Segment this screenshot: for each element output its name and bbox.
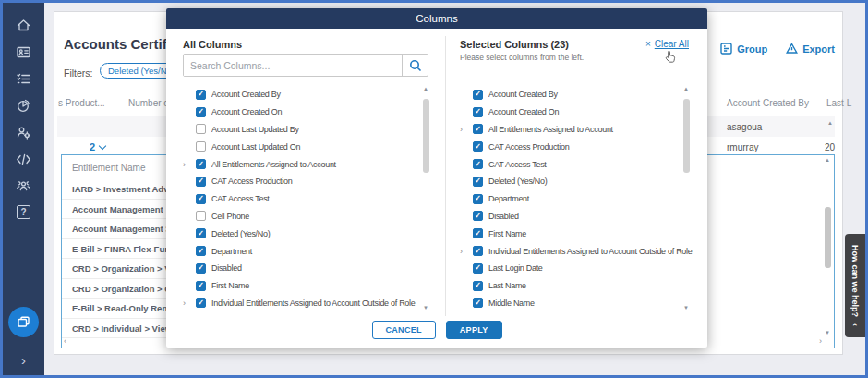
column-checkbox[interactable] [196,246,206,256]
column-option[interactable]: › CAT Access Test [183,190,421,208]
column-checkbox[interactable] [196,141,206,152]
column-checkbox[interactable] [473,141,483,152]
column-option[interactable]: › Department [183,242,421,260]
column-option[interactable]: › Account Created By [183,86,421,104]
scroll-left-icon[interactable]: ‹ [64,336,66,346]
expand-sidebar-icon[interactable]: › [21,352,26,368]
search-columns-input[interactable] [184,55,402,76]
column-option[interactable]: › Individual Entitlements Assigned to Ac… [183,295,421,312]
column-option[interactable]: › CAT Access Production [183,173,421,190]
column-checkbox[interactable] [473,298,483,308]
col-header-account-created-by[interactable]: Account Created By [727,98,809,108]
selected-columns-list: › Account Created By › Account Created O… [460,86,680,311]
selected-column-option[interactable]: › Disabled [460,208,680,226]
column-option[interactable]: › Deleted (Yes/No) [183,225,421,242]
all-columns-heading: All Columns [183,39,242,50]
selected-column-option[interactable]: › CAT Access Production [460,138,680,155]
column-checkbox[interactable] [196,263,206,274]
column-option[interactable]: › Account Last Updated On [183,138,421,155]
selected-column-option[interactable]: › Middle Name [460,295,680,312]
column-checkbox[interactable] [196,107,206,117]
column-checkbox[interactable] [473,159,483,169]
cancel-button[interactable]: CANCEL [372,321,436,339]
help-icon[interactable]: ? [17,205,30,219]
selected-column-option[interactable]: › All Entitlements Assigned to Account [460,121,680,139]
scrollbar-thumb[interactable] [683,99,690,173]
column-checkbox[interactable] [196,211,206,221]
expand-chevron-icon[interactable]: › [183,299,190,308]
column-option[interactable]: › All Entitlements Assigned to Account [183,155,421,173]
expand-chevron-icon[interactable]: › [460,125,467,134]
column-label: Middle Name [488,299,535,308]
expand-chevron-icon[interactable]: › [183,160,190,169]
column-option[interactable]: › Disabled [183,260,421,277]
row-expander[interactable]: 2 [90,141,105,152]
selected-column-option[interactable]: › Last Login Date [460,260,680,277]
selected-column-option[interactable]: › Deleted (Yes/No) [460,173,680,190]
column-option[interactable]: › Account Created On [183,104,421,121]
column-checkbox[interactable] [473,107,483,117]
column-checkbox[interactable] [473,124,483,134]
scroll-down-icon[interactable]: ▼ [683,305,689,311]
column-checkbox[interactable] [473,194,483,204]
scroll-up-icon[interactable]: ▲ [825,157,830,163]
column-checkbox[interactable] [473,228,483,238]
column-label: Account Last Updated By [211,125,299,134]
scroll-right-icon[interactable]: › [819,336,822,346]
column-checkbox[interactable] [196,228,206,238]
col-header-product[interactable]: s Product... [58,98,105,108]
scrollbar-thumb[interactable] [423,99,429,173]
col-header-last[interactable]: Last L [826,98,851,108]
column-checkbox[interactable] [196,177,206,187]
column-option[interactable]: › Cell Phone [183,208,421,226]
column-checkbox[interactable] [473,281,483,291]
scroll-down-icon[interactable]: ▼ [423,305,428,311]
scrollbar-thumb[interactable] [825,207,831,268]
selected-column-option[interactable]: › Account Created By [460,86,680,104]
column-checkbox[interactable] [196,281,206,291]
scroll-up-icon[interactable]: ▲ [423,86,428,91]
column-checkbox[interactable] [196,194,206,204]
export-button[interactable]: Export [786,43,835,55]
column-checkbox[interactable] [196,124,206,134]
column-checkbox[interactable] [473,246,483,256]
selected-column-option[interactable]: › Individual Entitlements Assigned to Ac… [460,242,680,260]
search-button[interactable] [402,55,428,76]
checklist-icon[interactable] [16,71,31,87]
column-checkbox[interactable] [196,90,206,100]
pie-chart-icon[interactable] [16,98,31,114]
home-icon[interactable] [16,18,31,33]
column-checkbox[interactable] [473,177,483,187]
scroll-up-icon[interactable]: ▲ [827,120,833,126]
scroll-up-icon[interactable]: ▲ [683,86,689,91]
help-tab[interactable]: How can we help? ‹ [845,234,865,337]
column-checkbox[interactable] [196,298,206,308]
detail-vertical-scrollbar[interactable]: ▲ ▼ [824,157,832,335]
scroll-down-icon[interactable]: ▼ [825,330,830,335]
column-checkbox[interactable] [473,90,483,100]
selected-column-option[interactable]: › Department [460,190,680,208]
code-icon[interactable] [16,152,31,167]
selected-column-option[interactable]: › Last Name [460,277,680,295]
expand-chevron-icon[interactable]: › [460,247,467,256]
column-option[interactable]: › Account Last Updated By [183,121,421,139]
user-settings-icon[interactable] [16,125,31,140]
clear-all-button[interactable]: × Clear All [645,39,689,49]
subtable-header-entitlement-name[interactable]: Entitlement Name [72,163,145,173]
selected-column-option[interactable]: › CAT Access Test [460,155,680,173]
column-checkbox[interactable] [473,211,483,221]
column-label: Account Created By [488,90,558,99]
column-checkbox[interactable] [196,159,206,169]
id-card-icon[interactable] [16,44,31,60]
group-button[interactable]: Group [720,43,767,55]
team-icon[interactable] [16,178,31,194]
selected-column-option[interactable]: › First Name [460,225,680,242]
apply-button[interactable]: APPLY [446,321,502,339]
column-option[interactable]: › First Name [183,277,421,295]
selected-columns-scrollbar[interactable]: ▲ ▼ [682,86,691,311]
pages-fab-button[interactable] [8,307,39,337]
selected-column-option[interactable]: › Account Created On [460,104,680,121]
all-columns-scrollbar[interactable]: ▲ ▼ [422,86,430,311]
column-checkbox[interactable] [473,263,483,274]
column-label: All Entitlements Assigned to Account [211,160,336,169]
